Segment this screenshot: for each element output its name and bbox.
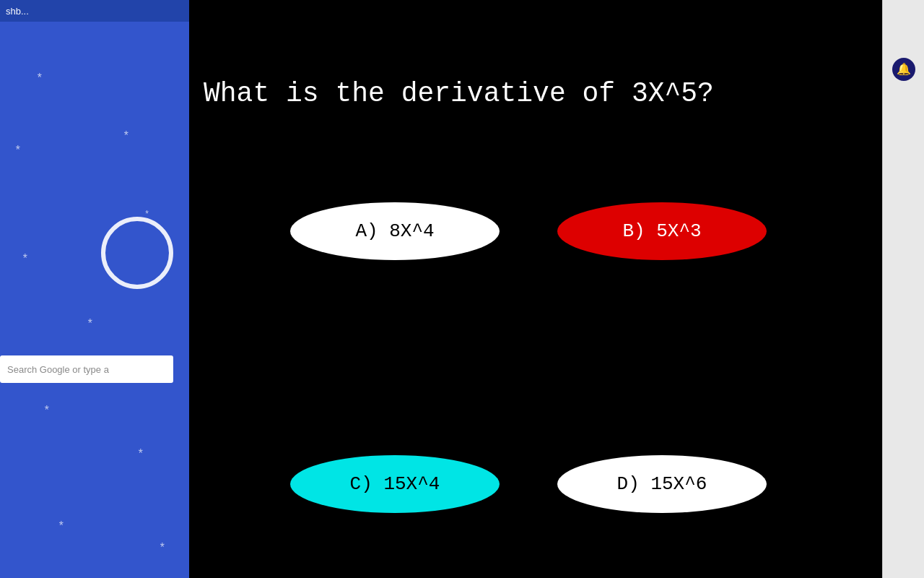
search-bar-text: Search Google or type a — [7, 364, 109, 375]
notification-bell[interactable]: 🔔 — [892, 58, 915, 81]
snowflake-icon: * — [14, 144, 22, 158]
answer-c-label: C) 15X^4 — [350, 473, 440, 495]
answer-option-c[interactable]: C) 15X^4 — [290, 455, 500, 513]
question-text: What is the derivative of 3X^5? — [204, 78, 868, 109]
snowflake-icon: * — [87, 318, 94, 331]
snowflake-icon: * — [22, 253, 29, 266]
snowflake-icon: * — [36, 72, 43, 85]
snowflake-icon: * — [43, 405, 51, 418]
answer-option-a[interactable]: A) 8X^4 — [290, 202, 500, 260]
main-content: What is the derivative of 3X^5? A) 8X^4 … — [189, 0, 882, 578]
sidebar-top-bar: shb... — [0, 0, 189, 22]
answer-d-label: D) 15X^6 — [617, 473, 707, 495]
right-bar: 🔔 — [882, 0, 924, 578]
snowflake-icon: * — [137, 448, 144, 461]
answer-a-label: A) 8X^4 — [355, 220, 434, 242]
answers-container: A) 8X^4 B) 5X^3 C) 15X^4 D) 15X^6 — [189, 181, 882, 513]
search-bar[interactable]: Search Google or type a — [0, 355, 173, 383]
bell-icon: 🔔 — [897, 62, 911, 77]
answer-option-d[interactable]: D) 15X^6 — [557, 455, 767, 513]
answer-row-top: A) 8X^4 B) 5X^3 — [189, 202, 882, 260]
circle-icon — [101, 217, 173, 289]
answer-b-label: B) 5X^3 — [622, 220, 701, 242]
answer-option-b[interactable]: B) 5X^3 — [557, 202, 767, 260]
sidebar-tab-label: shb... — [6, 6, 29, 17]
answer-row-bottom: C) 15X^4 D) 15X^6 — [189, 455, 882, 513]
snowflake-icon: * — [159, 542, 166, 555]
sidebar: shb... * * * * * * * * * * Search Google… — [0, 0, 189, 578]
snowflake-icon: * — [123, 130, 130, 143]
snowflake-icon: * — [58, 520, 65, 533]
